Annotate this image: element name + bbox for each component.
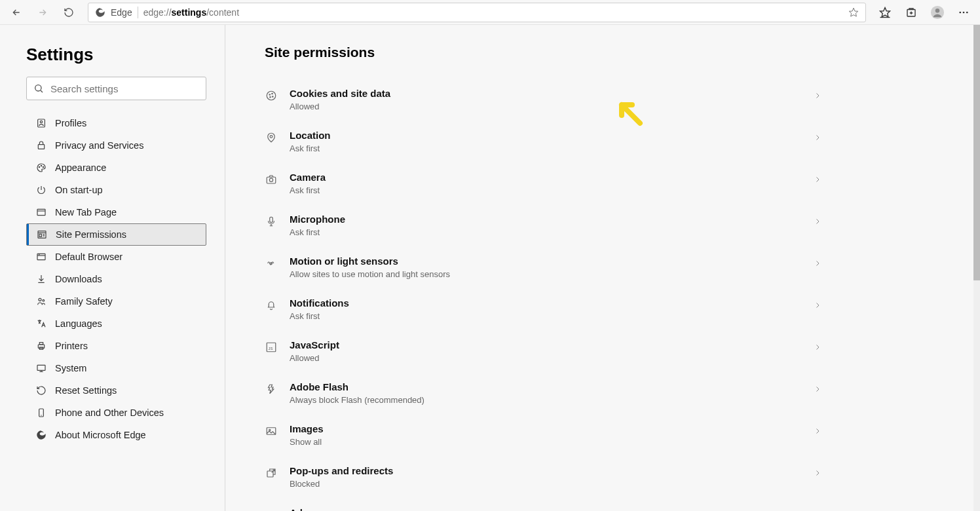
- perm-cookies[interactable]: Cookies and site dataAllowed: [265, 79, 941, 121]
- svg-rect-13: [38, 145, 44, 149]
- svg-point-14: [39, 166, 39, 167]
- perm-sub: Allow sites to use motion and light sens…: [290, 269, 801, 279]
- ads-icon: [265, 508, 278, 511]
- perm-title: Images: [290, 423, 801, 434]
- nav-label: Printers: [55, 341, 88, 351]
- svg-point-27: [39, 298, 41, 301]
- svg-line-10: [41, 90, 43, 92]
- svg-rect-32: [37, 365, 45, 370]
- nav-label: New Tab Page: [55, 207, 117, 218]
- nav-newtab[interactable]: New Tab Page: [26, 201, 206, 223]
- javascript-icon: JS: [265, 341, 278, 354]
- perm-sub: Allowed: [290, 353, 801, 363]
- chevron-right-icon: [812, 384, 823, 394]
- favorites-button[interactable]: [874, 3, 896, 22]
- phone-icon: [35, 407, 47, 419]
- svg-marker-0: [849, 8, 857, 16]
- refresh-button[interactable]: [58, 3, 80, 22]
- camera-icon: [265, 173, 278, 186]
- forward-button[interactable]: [31, 3, 54, 22]
- chevron-right-icon: [812, 300, 823, 311]
- nav-reset[interactable]: Reset Settings: [26, 379, 206, 402]
- scrollbar-thumb[interactable]: [973, 25, 980, 280]
- nav-label: Reset Settings: [55, 385, 117, 396]
- nav-startup[interactable]: On start-up: [26, 179, 206, 201]
- nav-downloads[interactable]: Downloads: [26, 268, 206, 290]
- edge-logo-icon: [95, 7, 105, 18]
- perm-popups[interactable]: Pop-ups and redirectsBlocked: [265, 456, 941, 498]
- svg-point-38: [269, 94, 271, 96]
- nav-languages[interactable]: Languages: [26, 312, 206, 335]
- main-area: Settings Profiles Privacy and Services A…: [0, 25, 980, 511]
- svg-point-37: [267, 91, 276, 100]
- nav-privacy[interactable]: Privacy and Services: [26, 134, 206, 157]
- perm-title: Pop-ups and redirects: [290, 465, 801, 476]
- address-bar[interactable]: Edge edge://settings/content: [88, 3, 866, 22]
- nav-about[interactable]: About Microsoft Edge: [26, 424, 206, 446]
- perm-title: Microphone: [290, 214, 801, 225]
- reset-icon: [35, 385, 47, 396]
- perm-title: Camera: [290, 172, 801, 183]
- page-heading: Site permissions: [265, 45, 941, 60]
- content-wrap: Site permissions Cookies and site dataAl…: [225, 25, 980, 511]
- nav-label: Family Safety: [55, 296, 113, 307]
- more-button[interactable]: [952, 3, 975, 22]
- svg-point-16: [43, 166, 43, 167]
- scrollbar-track[interactable]: [973, 25, 980, 511]
- nav-phone[interactable]: Phone and Other Devices: [26, 402, 206, 424]
- site-permissions-icon: [36, 229, 48, 240]
- perm-microphone[interactable]: MicrophoneAsk first: [265, 204, 941, 246]
- perm-title: Cookies and site data: [290, 88, 801, 99]
- search-settings-input[interactable]: [50, 83, 199, 94]
- edge-icon: [35, 429, 47, 441]
- palette-icon: [35, 162, 47, 174]
- download-icon: [35, 273, 47, 285]
- search-settings-box[interactable]: [26, 77, 206, 100]
- collections-button[interactable]: [900, 3, 922, 22]
- nav-default-browser[interactable]: Default Browser: [26, 246, 206, 268]
- printer-icon: [35, 340, 47, 352]
- perm-images[interactable]: ImagesShow all: [265, 414, 941, 456]
- svg-text:JS: JS: [269, 347, 273, 350]
- perm-sub: Ask first: [290, 185, 801, 195]
- svg-point-42: [270, 136, 273, 138]
- perm-javascript[interactable]: JS JavaScriptAllowed: [265, 330, 941, 372]
- chevron-right-icon: [812, 216, 823, 227]
- profile-button[interactable]: [926, 3, 949, 22]
- svg-rect-21: [39, 234, 41, 237]
- location-icon: [265, 131, 278, 144]
- nav-profiles[interactable]: Profiles: [26, 112, 206, 134]
- nav-system[interactable]: System: [26, 357, 206, 379]
- profile-icon: [35, 117, 47, 129]
- perm-title: Location: [290, 130, 801, 141]
- perm-location[interactable]: LocationAsk first: [265, 121, 941, 162]
- perm-camera[interactable]: CameraAsk first: [265, 162, 941, 204]
- system-icon: [35, 362, 47, 374]
- nav-label: Privacy and Services: [55, 140, 143, 151]
- nav-printers[interactable]: Printers: [26, 335, 206, 357]
- svg-rect-17: [37, 209, 45, 215]
- nav-label: On start-up: [55, 185, 103, 195]
- nav-label: Profiles: [55, 118, 86, 128]
- svg-point-7: [963, 11, 965, 13]
- svg-point-6: [959, 11, 961, 13]
- perm-ads[interactable]: Ads: [265, 498, 941, 511]
- nav-family-safety[interactable]: Family Safety: [26, 290, 206, 312]
- back-button[interactable]: [5, 3, 28, 22]
- perm-notifications[interactable]: NotificationsAsk first: [265, 288, 941, 330]
- nav-appearance[interactable]: Appearance: [26, 157, 206, 179]
- cookie-icon: [265, 89, 278, 102]
- perm-flash[interactable]: Adobe FlashAlways block Flash (recommend…: [265, 372, 941, 414]
- perm-title: Ads: [290, 507, 801, 511]
- perm-motion[interactable]: Motion or light sensorsAllow sites to us…: [265, 246, 941, 288]
- nav-site-permissions[interactable]: Site Permissions: [26, 223, 206, 246]
- window-icon: [35, 206, 47, 218]
- family-icon: [35, 295, 47, 307]
- nav-label: Appearance: [55, 162, 106, 173]
- perm-title: Adobe Flash: [290, 381, 801, 392]
- image-icon: [265, 425, 278, 438]
- perm-sub: Ask first: [290, 227, 801, 237]
- popup-icon: [265, 466, 278, 480]
- perm-sub: Show all: [290, 437, 801, 447]
- star-outline-icon[interactable]: [848, 7, 859, 18]
